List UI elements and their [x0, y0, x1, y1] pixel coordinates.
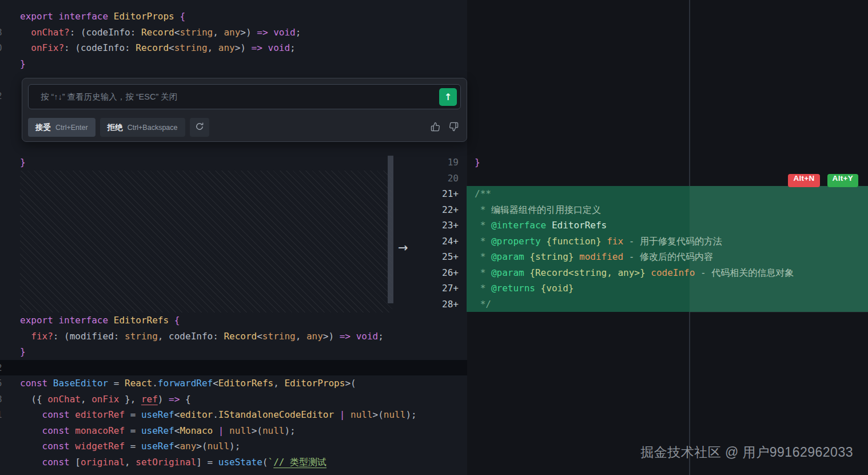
widget-button-row: 接受 Ctrl+Enter 拒绝 Ctrl+Backspace: [28, 118, 209, 137]
diff-row: 28+ */: [422, 296, 868, 312]
arrow-up-icon: ↑: [444, 92, 452, 102]
thumbs-up-button[interactable]: [431, 122, 440, 133]
diff-row: 27+ * @returns {void}: [422, 280, 868, 296]
diff-line-number: 25+: [422, 249, 462, 265]
diff-arrow-icon: →: [398, 241, 408, 255]
code-line: const [original, setOriginal] = useState…: [20, 454, 417, 470]
diff-line-code: * @returns {void}: [467, 280, 868, 296]
diff-line-number: 20: [422, 171, 462, 187]
accept-button[interactable]: 接受 Ctrl+Enter: [28, 118, 95, 137]
gutter-fragment: 8: [0, 391, 2, 407]
diff-line-number: 26+: [422, 265, 462, 281]
gutter-fragment: 5: [0, 375, 2, 391]
diff-line-code: * 编辑器组件的引用接口定义: [467, 202, 868, 218]
diff-line-code: * @param {string} modified - 修改后的代码内容: [467, 249, 868, 265]
code-block-bottom[interactable]: export interface EditorRefs { fix?: (mod…: [20, 312, 417, 470]
diff-row: 26+ * @param {Record<string, any>} codeI…: [422, 265, 868, 281]
inline-chat-widget: ↑ 接受 Ctrl+Enter 拒绝 Ctrl+Backspace: [22, 78, 467, 142]
code-line: export interface EditorProps {: [20, 9, 301, 25]
diff-line-number: 21+: [422, 186, 462, 202]
gutter-fragment: 2: [0, 360, 2, 376]
diff-line-code: }: [467, 155, 868, 171]
refresh-icon: [195, 122, 204, 133]
code-line: }: [20, 56, 301, 72]
code-line: export interface EditorRefs {: [20, 312, 417, 328]
regenerate-button[interactable]: [190, 118, 209, 137]
clipped-line-number-gutter: 8022581: [0, 0, 7, 475]
badge-alt-y[interactable]: Alt+Y: [827, 174, 858, 187]
code-line: }: [20, 155, 26, 171]
code-line: const editorRef = useRef<editor.IStandal…: [20, 407, 417, 423]
diff-row: 25+ * @param {string} modified - 修改后的代码内…: [422, 249, 868, 265]
diff-line-code: * @param {Record<string, any>} codeInfo …: [467, 265, 868, 281]
code-line: const BaseEditor = React.forwardRef<Edit…: [20, 375, 417, 391]
diff-row: 21+/**: [422, 186, 868, 202]
diff-line-number: 19: [422, 155, 462, 171]
code-line: const widgetRef = useRef<any>(null);: [20, 438, 417, 454]
diff-line-number: 28+: [422, 296, 462, 312]
diff-line-code: * @property {function} fix - 用于修复代码的方法: [467, 233, 868, 250]
watermark: 掘金技术社区 @ 用户99162962033: [640, 444, 853, 461]
feedback-row: [431, 122, 459, 133]
code-line: [20, 360, 417, 376]
gutter-fragment: 1: [0, 407, 2, 423]
diff-original-pane[interactable]: }: [20, 155, 26, 171]
code-line: }: [20, 344, 417, 360]
chat-history-input[interactable]: [39, 92, 433, 102]
code-line: onFix?: (codeInfo: Record<string, any>) …: [20, 40, 301, 56]
diff-scrollbar[interactable]: [388, 156, 393, 303]
gutter-fragment: 2: [0, 88, 2, 104]
diff-line-number: 24+: [422, 233, 462, 250]
thumbs-down-icon: [449, 122, 459, 133]
diff-row: 22+ * 编辑器组件的引用接口定义: [422, 202, 868, 218]
diff-line-number: 22+: [422, 202, 462, 218]
diff-line-code: */: [467, 296, 868, 312]
code-line: const monacoRef = useRef<Monaco | null>(…: [20, 423, 417, 439]
diff-deleted-region-hatch: [20, 171, 392, 312]
code-block-top[interactable]: export interface EditorProps { onChat?: …: [20, 9, 301, 72]
thumbs-down-button[interactable]: [449, 122, 459, 133]
chat-input-container: [28, 84, 461, 109]
accept-shortcut: Ctrl+Enter: [55, 124, 88, 132]
code-editor-screen: 8022581 export interface EditorProps { o…: [0, 0, 868, 475]
diff-line-number: 27+: [422, 280, 462, 296]
code-line: onChat?: (codeInfo: Record<string, any>)…: [20, 25, 301, 41]
gutter-fragment: 0: [0, 40, 2, 56]
diff-row: 19}: [422, 155, 868, 171]
diff-row: 23+ * @interface EditorRefs: [422, 217, 868, 233]
reject-button[interactable]: 拒绝 Ctrl+Backspace: [100, 118, 185, 137]
reject-label: 拒绝: [107, 122, 123, 133]
diff-row: 24+ * @property {function} fix - 用于修复代码的…: [422, 233, 868, 250]
shortcut-badges: Alt+NAlt+Y: [788, 174, 858, 187]
badge-alt-n[interactable]: Alt+N: [788, 174, 819, 187]
diff-line-code: /**: [467, 186, 868, 202]
reject-shortcut: Ctrl+Backspace: [128, 124, 178, 132]
send-button[interactable]: ↑: [439, 88, 457, 106]
code-line: ({ onChat, onFix }, ref) => {: [20, 391, 417, 407]
thumbs-up-icon: [431, 122, 440, 133]
code-line: fix?: (modified: string, codeInfo: Recor…: [20, 328, 417, 345]
diff-line-number: 23+: [422, 217, 462, 233]
diff-line-code: * @interface EditorRefs: [467, 217, 868, 233]
accept-label: 接受: [35, 122, 51, 133]
gutter-fragment: 8: [0, 25, 2, 41]
